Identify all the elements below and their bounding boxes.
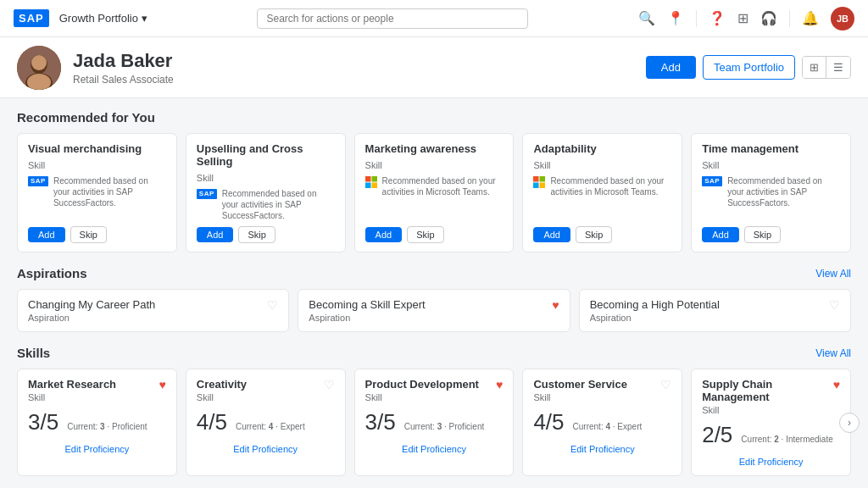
heart-empty-icon[interactable]: ♡ (660, 378, 671, 391)
view-toggle: ⊞ ☰ (802, 56, 851, 79)
add-button[interactable]: Add (646, 56, 696, 79)
grid-view-button[interactable]: ⊞ (803, 57, 826, 78)
skill-card-actions: Add Skip (533, 226, 671, 243)
edit-proficiency-link[interactable]: Edit Proficiency (28, 444, 166, 454)
portfolio-menu[interactable]: Growth Portfolio ▾ (59, 12, 147, 25)
prof-skill-type: Skill (702, 405, 832, 415)
svg-rect-5 (365, 176, 371, 182)
heart-icon[interactable]: ♥ (552, 298, 559, 312)
prof-detail: Current: 2 · Intermediate (741, 435, 832, 444)
divider2 (789, 10, 790, 27)
prof-score-row: 3/5 Current: 3 · Proficient (28, 409, 166, 435)
prof-skill-type: Skill (28, 392, 116, 402)
heart-icon[interactable]: ♥ (833, 378, 840, 391)
heart-icon[interactable]: ♥ (496, 378, 503, 391)
portfolio-label-text: Growth Portfolio (59, 12, 138, 25)
skill-card-type: Skill (365, 160, 504, 170)
list-view-button[interactable]: ☰ (826, 57, 850, 78)
top-navigation: SAP Growth Portfolio ▾ 🔍 📍 ❓ ⊞ 🎧 🔔 JB (0, 0, 868, 37)
skip-skill-button[interactable]: Skip (70, 226, 107, 243)
skip-skill-button[interactable]: Skip (238, 226, 275, 243)
edit-proficiency-link[interactable]: Edit Proficiency (533, 444, 671, 454)
skip-skill-button[interactable]: Skip (576, 226, 612, 243)
add-skill-button[interactable]: Add (197, 227, 234, 242)
sap-rec-logo: SAP (28, 176, 48, 186)
profile-name: Jada Baker (73, 50, 174, 72)
prof-score-row: 2/5 Current: 2 · Intermediate (702, 422, 840, 448)
skip-skill-button[interactable]: Skip (744, 226, 781, 243)
prof-score-row: 4/5 Current: 4 · Expert (533, 409, 671, 435)
profile-actions: Add Team Portfolio ⊞ ☰ (646, 55, 851, 80)
prof-header: Customer Service Skill ♡ (533, 378, 671, 402)
skill-card-rec: SAP Recommended based on your activities… (197, 188, 335, 221)
aspiration-card: Becoming a Skill Expert Aspiration ♥ (298, 289, 570, 332)
add-skill-button[interactable]: Add (28, 227, 65, 242)
heart-icon[interactable]: ♥ (159, 378, 165, 391)
skills-row-wrap: Market Research Skill ♥ 3/5 Current: 3 ·… (17, 369, 851, 476)
prof-score-row: 4/5 Current: 4 · Expert (197, 409, 335, 435)
aspiration-cards-row: Changing My Career Path Aspiration ♡ Bec… (17, 289, 851, 332)
recommended-cards-row: Visual merchandising Skill SAP Recommend… (17, 133, 851, 252)
prof-skill-name: Creativity (197, 378, 247, 391)
rec-text: Recommended based on your activities in … (222, 188, 335, 221)
sap-logo-box: SAP (14, 9, 49, 27)
skill-proficiency-card: Supply Chain Management Skill ♥ 2/5 Curr… (691, 369, 851, 476)
svg-rect-12 (540, 183, 546, 189)
aspirations-section-header: Aspirations View All (17, 266, 851, 280)
aspiration-content: Becoming a High Potential Aspiration (590, 298, 720, 323)
bell-icon[interactable]: 🔔 (802, 10, 819, 26)
headset-icon[interactable]: 🎧 (760, 10, 777, 26)
skill-proficiency-card: Creativity Skill ♡ 4/5 Current: 4 · Expe… (186, 369, 346, 476)
prof-skill-name: Market Research (28, 378, 116, 391)
aspiration-content: Changing My Career Path Aspiration (28, 298, 155, 323)
add-skill-button[interactable]: Add (702, 227, 739, 242)
sap-rec-logo: SAP (197, 189, 217, 199)
help-icon[interactable]: ❓ (709, 10, 726, 26)
add-skill-button[interactable]: Add (533, 227, 570, 242)
skill-card-type: Skill (197, 173, 335, 183)
recommended-card: Adaptability Skill Recommended based on … (522, 133, 682, 252)
grid-icon[interactable]: ⊞ (737, 10, 748, 26)
prof-detail: Current: 3 · Proficient (404, 422, 485, 431)
rec-text: Recommended based on your activities in … (550, 175, 671, 197)
edit-proficiency-link[interactable]: Edit Proficiency (197, 444, 335, 454)
prof-header: Market Research Skill ♥ (28, 378, 166, 402)
aspirations-view-all[interactable]: View All (815, 268, 851, 280)
aspiration-title: Becoming a Skill Expert (309, 298, 425, 311)
skill-card-title: Time management (702, 142, 840, 155)
heart-empty-icon[interactable]: ♡ (324, 378, 335, 391)
prof-score: 4/5 (197, 409, 227, 435)
skill-card-title: Upselling and Cross Selling (197, 142, 335, 168)
avatar (17, 46, 61, 90)
prof-header: Creativity Skill ♡ (197, 378, 335, 402)
user-avatar[interactable]: JB (831, 7, 854, 30)
edit-proficiency-link[interactable]: Edit Proficiency (702, 457, 840, 467)
skip-skill-button[interactable]: Skip (407, 226, 443, 243)
profile-title: Retail Sales Associate (73, 74, 174, 86)
add-skill-button[interactable]: Add (365, 227, 403, 242)
skill-card-title: Adaptability (533, 142, 671, 155)
aspiration-card: Changing My Career Path Aspiration ♡ (17, 289, 289, 332)
svg-rect-6 (371, 176, 377, 182)
heart-empty-icon[interactable]: ♡ (267, 298, 278, 312)
skill-card-actions: Add Skip (197, 226, 335, 243)
svg-rect-9 (533, 176, 539, 182)
sap-rec-logo: SAP (702, 176, 722, 186)
recommended-card: Visual merchandising Skill SAP Recommend… (17, 133, 177, 252)
skill-card-actions: Add Skip (28, 226, 166, 243)
prof-score-row: 3/5 Current: 3 · Proficient (365, 409, 504, 435)
prof-score: 3/5 (365, 409, 396, 435)
heart-empty-icon[interactable]: ♡ (829, 298, 840, 312)
skill-card-rec: SAP Recommended based on your activities… (702, 175, 840, 221)
edit-proficiency-link[interactable]: Edit Proficiency (365, 444, 504, 454)
prof-skill-name: Supply Chain Management (702, 378, 832, 403)
aspiration-type: Aspiration (309, 313, 425, 323)
aspiration-content: Becoming a Skill Expert Aspiration (309, 298, 425, 323)
skills-view-all[interactable]: View All (815, 347, 851, 359)
team-portfolio-button[interactable]: Team Portfolio (703, 55, 795, 80)
location-icon[interactable]: 📍 (667, 10, 684, 26)
scroll-right-button[interactable]: › (839, 413, 860, 433)
prof-skill-type: Skill (533, 392, 627, 402)
search-input[interactable] (257, 8, 528, 29)
search-icon[interactable]: 🔍 (638, 10, 655, 26)
